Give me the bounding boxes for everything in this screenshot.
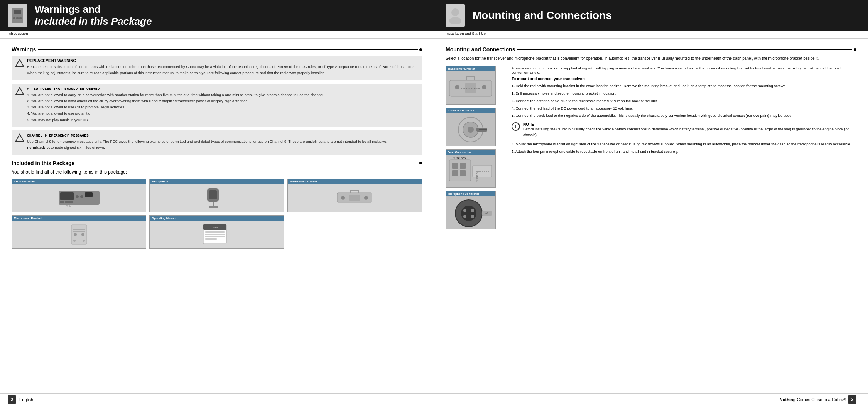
svg-text:chassis: chassis [476, 172, 479, 182]
svg-rect-64 [460, 170, 466, 176]
footer: 2 English Nothing Comes Close to a Cobra… [0, 393, 868, 405]
header-title-left: Warnings and Included in this Package [35, 3, 152, 27]
operating-manual-image: Cobra [199, 223, 234, 246]
header-title-line1: Warnings and [35, 3, 152, 15]
svg-point-17 [80, 195, 83, 198]
step-7: 7. Attach the four pin microphone cable … [512, 149, 856, 154]
step-2: 2. Drill necessary holes and secure moun… [512, 91, 856, 96]
included-heading: Included in this Package [12, 160, 74, 166]
svg-rect-63 [452, 170, 458, 176]
warning-icon-3: ! [15, 133, 24, 142]
note-text: Before installing the CB radio, visually… [523, 127, 856, 138]
warning-title-3: CHANNEL 9 EMERGENCY MESSAGES [27, 133, 387, 138]
svg-rect-59 [479, 129, 487, 130]
svg-rect-44 [205, 234, 225, 235]
warning-title-2: A FEW RULES THAT SHOULD BE OBEYED [27, 87, 324, 91]
right-main: Transceiver Bracket CB Transceiver [446, 66, 856, 230]
svg-text:CB Transceiver: CB Transceiver [461, 87, 480, 90]
svg-point-48 [455, 85, 459, 89]
connector-img-mic: Microphone Connector off [446, 191, 496, 230]
svg-point-71 [463, 209, 466, 212]
package-label-trans-bracket: Transceiver Bracket [288, 179, 422, 184]
note-icon: i [512, 122, 520, 131]
svg-rect-61 [452, 163, 458, 169]
connector-label-antenna: Antenna Connector [446, 108, 495, 113]
footer-brand: Nothing Comes Close to a Cobra® [780, 397, 846, 402]
svg-rect-23 [209, 190, 217, 199]
transceiver-bracket-image [335, 187, 374, 208]
svg-point-34 [74, 233, 77, 236]
svg-point-28 [364, 196, 368, 200]
svg-text:Cobra: Cobra [212, 226, 218, 229]
warning-title-1: REPLACEMENT WARNING [27, 59, 415, 63]
brand-middle: Comes Close to a Cobra [795, 397, 843, 402]
footer-left: 2 English [0, 395, 434, 404]
svg-point-4 [19, 17, 22, 19]
svg-point-35 [81, 233, 84, 236]
warning-box-1: ! REPLACEMENT WARNING Replacement or sub… [12, 56, 422, 80]
warnings-divider-dot [419, 48, 422, 51]
permitted-text: "A tornado sighted six miles of town." [46, 145, 106, 150]
package-item-cb-transceiver: CB Transceiver Cobra [12, 179, 146, 212]
triangle-warning-icon-2: ! [15, 87, 24, 95]
right-panel: Mounting and Connections Select a locati… [434, 39, 868, 393]
universal-text: A universal mounting bracket is supplied… [512, 66, 856, 74]
package-img-mic-bracket [12, 221, 146, 248]
warning-item-2-4: 4. You are not allowed to use profanity. [27, 111, 324, 116]
svg-rect-1 [14, 10, 21, 14]
svg-text:Cobra: Cobra [66, 205, 73, 208]
step-5: 5. Connect the black lead to the negativ… [512, 113, 856, 118]
svg-point-39 [83, 240, 85, 242]
included-divider-line [77, 163, 418, 163]
warnings-heading: Warnings [12, 46, 36, 52]
warning-text-1: Replacement or substitution of certain p… [27, 64, 415, 76]
fuse-svg: fuse box chassis [448, 156, 494, 187]
svg-rect-14 [60, 192, 74, 200]
mic-bracket-image [64, 223, 95, 246]
package-item-microphone: Microphone [149, 179, 284, 212]
connector-label-mic: Microphone Connector [446, 191, 495, 196]
svg-point-74 [471, 215, 474, 218]
package-item-op-manual: Operating Manual Cobra [149, 215, 284, 249]
connector-img-trans: CB Transceiver [446, 71, 495, 104]
header-icon-left [8, 4, 27, 27]
trans-bracket-svg: CB Transceiver [448, 73, 494, 103]
main-content: Warnings ! REPLACEMENT WARNING Replaceme… [0, 39, 868, 393]
step-6: 6. Mount the microphone bracket on right… [512, 142, 856, 147]
package-img-op-manual: Cobra [150, 221, 284, 248]
warning-permitted-3: Permitted: "A tornado sighted six miles … [27, 145, 387, 150]
included-divider-dot [419, 162, 422, 164]
right-images-col: Transceiver Bracket CB Transceiver [446, 66, 505, 230]
warning-text-3: Use Channel 9 for emergency messages onl… [27, 139, 387, 150]
svg-rect-36 [73, 229, 85, 230]
connector-img-trans-bracket: Transceiver Bracket CB Transceiver [446, 66, 496, 105]
svg-rect-37 [73, 231, 85, 232]
person-icon [447, 7, 464, 24]
connector-img-fuse-inner: fuse box chassis [446, 155, 495, 187]
svg-rect-24 [213, 202, 214, 207]
antenna-svg [449, 114, 492, 145]
warning-box-3: ! CHANNEL 9 EMERGENCY MESSAGES Use Chann… [12, 130, 422, 155]
connector-img-mic-inner: off [446, 196, 495, 229]
warning-content-2: A FEW RULES THAT SHOULD BE OBEYED 1. You… [27, 87, 324, 123]
step-1: 1. Hold the radio with mounting bracket … [512, 83, 856, 89]
svg-point-2 [13, 17, 15, 19]
right-steps-col: A universal mounting bracket is supplied… [512, 66, 856, 230]
package-img-trans-bracket [288, 184, 422, 212]
svg-rect-15 [85, 192, 93, 197]
svg-text:fuse box: fuse box [454, 156, 466, 160]
package-item-mic-bracket: Microphone Bracket [12, 215, 146, 249]
footer-lang: English [19, 397, 33, 402]
svg-point-49 [482, 85, 486, 89]
warning-text-2: 1. You are not allowed to carry on a con… [27, 92, 324, 122]
svg-rect-19 [65, 201, 69, 203]
included-heading-wrap: Included in this Package [12, 160, 422, 166]
svg-point-5 [451, 8, 459, 16]
brand-prefix: Nothing [780, 397, 796, 402]
steps-list-continued: 6. Mount the microphone bracket on right… [512, 142, 856, 155]
svg-point-57 [468, 127, 474, 133]
page-num-left: 2 [8, 395, 16, 404]
warning-box-2: ! A FEW RULES THAT SHOULD BE OBEYED 1. Y… [12, 84, 422, 127]
warnings-divider-line [38, 49, 418, 50]
included-section: Included in this Package You should find… [12, 160, 422, 249]
